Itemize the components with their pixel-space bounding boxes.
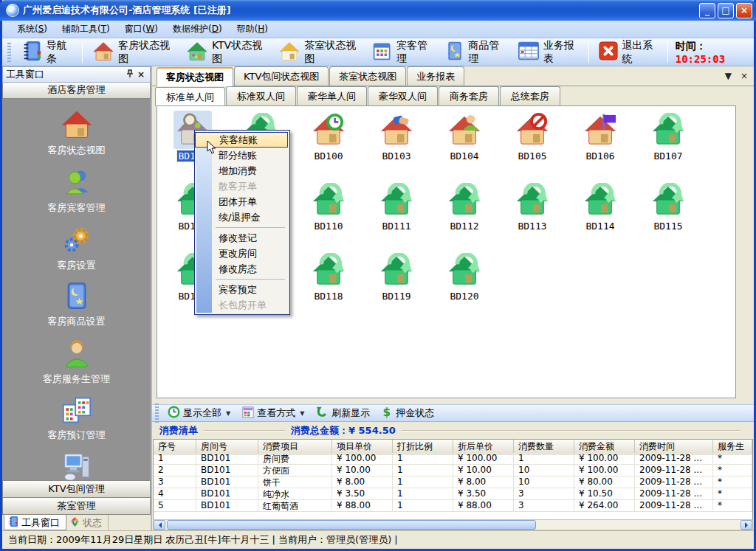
room-type-tab-商务套房[interactable]: 商务套房 xyxy=(439,86,499,105)
table-row[interactable]: 2BD101方便面¥ 10.001¥ 10.0010¥ 100.002009-1… xyxy=(154,465,752,477)
footer-tab-label: 状态 xyxy=(83,516,102,530)
pin-icon[interactable] xyxy=(123,69,135,80)
room-status-icon xyxy=(92,40,114,64)
table-cell: 方便面 xyxy=(258,465,332,477)
room-BD105[interactable]: BD105 xyxy=(498,111,566,181)
context-menu-item-修改房态[interactable]: 修改房态 xyxy=(195,261,288,277)
room-BD110[interactable]: BD110 xyxy=(295,181,362,251)
sidebar-item-客房宾客管理[interactable]: 客房宾客管理 xyxy=(48,167,106,215)
sidebar-group-KTV包间管理[interactable]: KTV包间管理 xyxy=(2,480,151,497)
room-type-tab-豪华双人间[interactable]: 豪华双人间 xyxy=(368,86,438,105)
menu-item-2[interactable]: 窗口(W) xyxy=(117,21,165,38)
room-type-tab-总统套房[interactable]: 总统套房 xyxy=(500,86,560,105)
column-header-项目单价[interactable]: 项目单价 xyxy=(332,440,393,454)
room-BD111[interactable]: BD111 xyxy=(362,181,430,251)
room-type-tab-标准单人间[interactable]: 标准单人间 xyxy=(155,87,225,106)
table-row[interactable]: 1BD101房间费¥ 100.001¥ 100.001¥ 100.002009-… xyxy=(154,453,752,465)
menu-item-3[interactable]: 数据维护(D) xyxy=(165,21,230,38)
context-menu-item-增加消费[interactable]: 增加消费 xyxy=(195,163,288,179)
sidebar-item-客房状态视图[interactable]: 客房状态视图 xyxy=(48,108,106,157)
toolbar-button-退出系统[interactable]: 退出系统 xyxy=(592,38,664,67)
maximize-button[interactable]: □ xyxy=(718,3,734,18)
column-header-消费金额[interactable]: 消费金额 xyxy=(574,440,635,454)
tab-客房状态视图[interactable]: 客房状态视图 xyxy=(157,67,233,86)
sidebar-item-客房设置[interactable]: 客房设置 xyxy=(58,224,96,272)
room-BD104[interactable]: BD104 xyxy=(430,111,498,181)
table-row[interactable]: 5BD101红葡萄酒¥ 88.001¥ 88.003¥ 264.002009-1… xyxy=(154,500,752,512)
view-toolbar-button-查看方式[interactable]: 查看方式▼ xyxy=(236,406,310,420)
column-header-序号[interactable]: 序号 xyxy=(154,440,196,454)
column-header-消费数量[interactable]: 消费数量 xyxy=(514,440,574,454)
room-BD113[interactable]: BD113 xyxy=(498,181,566,251)
menu-item-1[interactable]: 辅助工具(T) xyxy=(55,21,117,38)
toolbar-button-label: 客房状态视图 xyxy=(118,39,173,66)
tab-业务报表[interactable]: 业务报表 xyxy=(407,66,464,86)
context-menu-item-续/退押金[interactable]: 续/退押金 xyxy=(195,209,288,225)
scrollbar-thumb[interactable] xyxy=(167,520,536,530)
toolbar-button-客房状态视图[interactable]: 客房状态视图 xyxy=(86,38,179,67)
toolbar-button-导航条[interactable]: 导航条 xyxy=(14,38,79,67)
sidebar-item-客房服务生管理[interactable]: 客房服务生管理 xyxy=(43,338,110,386)
room-type-tab-标准双人间[interactable]: 标准双人间 xyxy=(226,86,296,105)
room-BD100[interactable]: BD100 xyxy=(295,111,362,181)
room-BD112[interactable]: BD112 xyxy=(430,181,498,251)
close-button[interactable]: × xyxy=(736,3,752,18)
room-BD107[interactable]: BD107 xyxy=(634,111,702,181)
room-BD103[interactable]: BD103 xyxy=(362,111,430,181)
tab-茶室状态视图[interactable]: 茶室状态视图 xyxy=(329,66,406,86)
house-icon xyxy=(61,108,93,142)
view-toolbar-grip xyxy=(155,403,159,423)
column-header-消费时间[interactable]: 消费时间 xyxy=(635,440,713,454)
column-header-房间号[interactable]: 房间号 xyxy=(196,440,258,454)
sidebar-group-茶室管理[interactable]: 茶室管理 xyxy=(2,497,151,514)
room-BD115[interactable]: BD115 xyxy=(634,181,702,251)
room-BD106[interactable]: BD106 xyxy=(566,111,634,181)
toolbar-button-宾客管理[interactable]: 宾客管理 xyxy=(365,38,439,67)
sidebar-item-客房其他款项登记[interactable]: 客房其他款项登记 xyxy=(38,451,115,480)
goods-mgmt-icon xyxy=(445,41,464,63)
view-toolbar-button-押金状态[interactable]: $押金状态 xyxy=(376,406,440,420)
table-horizontal-scrollbar[interactable] xyxy=(153,519,753,530)
view-toolbar-button-显示全部[interactable]: 显示全部▼ xyxy=(162,406,236,420)
context-menu-item-修改登记[interactable]: 修改登记 xyxy=(195,230,288,246)
sidebar-item-客房商品设置[interactable]: 客房商品设置 xyxy=(48,282,106,328)
table-row[interactable]: 4BD101纯净水¥ 3.501¥ 3.503¥ 10.502009-11-28… xyxy=(154,488,752,500)
table-row[interactable]: 3BD101饼干¥ 8.001¥ 8.0010¥ 80.002009-11-28… xyxy=(154,477,752,488)
column-header-打折比例[interactable]: 打折比例 xyxy=(393,440,453,454)
toolbar-button-业务报表[interactable]: 业务报表 xyxy=(511,38,585,67)
room-BD119[interactable]: BD119 xyxy=(362,251,430,321)
room-house-icon-vacant xyxy=(649,181,687,219)
tab-close-icon[interactable]: × xyxy=(740,71,748,81)
sidebar-footer-tab-状态[interactable]: 状态 xyxy=(66,515,109,530)
room-BD120[interactable]: BD120 xyxy=(430,251,498,321)
tab-list-dropdown-icon[interactable]: ▼ xyxy=(725,71,732,81)
context-menu-item-团体开单[interactable]: 团体开单 xyxy=(195,194,288,209)
room-type-tab-豪华单人间[interactable]: 豪华单人间 xyxy=(297,86,367,105)
sidebar-footer-tab-工具窗口[interactable]: 工具窗口 xyxy=(4,515,66,530)
sidebar-close-icon[interactable]: × xyxy=(135,69,147,80)
room-BD114[interactable]: BD114 xyxy=(566,181,634,251)
sidebar-section-header[interactable]: 酒店客房管理 xyxy=(2,83,151,99)
scroll-right-icon[interactable] xyxy=(740,520,752,530)
column-header-服务生[interactable]: 服务生 xyxy=(713,440,752,454)
table-cell: BD101 xyxy=(196,500,258,512)
minimize-button[interactable]: _ xyxy=(699,3,715,18)
toolbar-button-KTV状态视图[interactable]: KTV状态视图 xyxy=(179,38,272,67)
column-header-折后单价[interactable]: 折后单价 xyxy=(453,440,514,454)
view-toolbar-button-刷新显示[interactable]: 刷新显示 xyxy=(310,406,376,420)
menu-item-4[interactable]: 帮助(H) xyxy=(230,21,275,38)
dropdown-arrow-icon[interactable]: ▼ xyxy=(300,410,304,417)
toolbar-button-茶室状态视图[interactable]: 茶室状态视图 xyxy=(272,38,365,67)
context-menu-item-宾客预定[interactable]: 宾客预定 xyxy=(195,282,288,297)
context-menu-item-更改房间[interactable]: 更改房间 xyxy=(195,246,288,261)
column-header-消费项目[interactable]: 消费项目 xyxy=(258,440,332,454)
scroll-left-icon[interactable] xyxy=(154,520,165,530)
menu-item-0[interactable]: 系统(S) xyxy=(10,21,55,38)
table-cell: 1 xyxy=(393,465,453,477)
tab-KTV包间状态视图[interactable]: KTV包间状态视图 xyxy=(234,66,329,86)
sidebar-item-客房预订管理[interactable]: 客房预订管理 xyxy=(48,395,106,442)
room-BD118[interactable]: BD118 xyxy=(295,251,362,321)
dropdown-arrow-icon[interactable]: ▼ xyxy=(226,410,230,417)
toolbar-button-商品管理[interactable]: 商品管理 xyxy=(439,38,511,67)
room-house-icon-vacant xyxy=(513,181,551,219)
